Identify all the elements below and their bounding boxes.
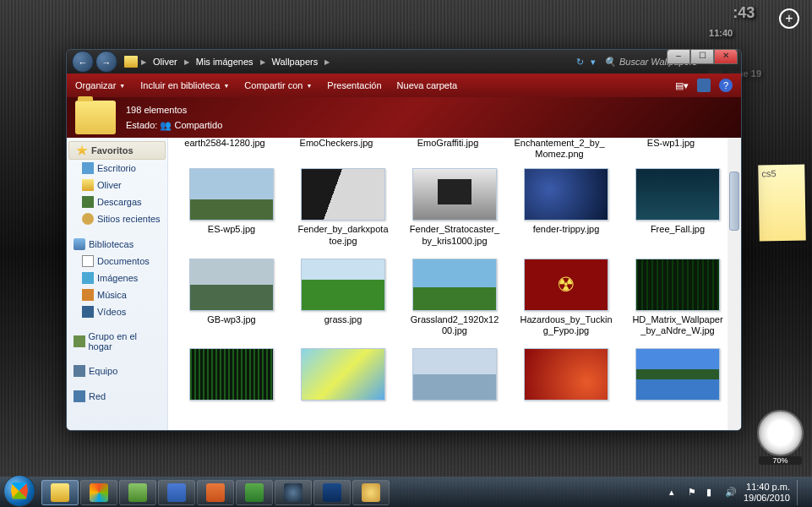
volume-icon[interactable]: 🔊 <box>725 487 737 499</box>
taskbar-app-powerpoint[interactable] <box>197 480 234 505</box>
chevron-right-icon[interactable]: ▶ <box>141 58 146 66</box>
organize-menu[interactable]: Organizar▼ <box>75 80 125 90</box>
chevron-down-icon: ▼ <box>119 83 125 89</box>
file-item[interactable]: Grassland2_1920x1200.jpg <box>401 255 508 340</box>
file-item[interactable]: GB-wp3.jpg <box>178 255 285 340</box>
share-menu[interactable]: Compartir con▼ <box>244 80 312 90</box>
back-button[interactable]: ← <box>72 51 94 73</box>
file-item[interactable]: HD_Matrix_Wallpaper_by_aNdre_W.jpg <box>624 255 731 340</box>
network-item[interactable]: Red <box>67 388 167 405</box>
taskbar-app-media[interactable] <box>80 480 117 505</box>
titlebar[interactable]: ← → ▶ Oliver ▶ Mis imágenes ▶ Wallpapers… <box>67 50 741 74</box>
breadcrumb[interactable]: ▶ Oliver ▶ Mis imágenes ▶ Wallpapers ▶ <box>124 53 569 70</box>
taskbar-app-explorer[interactable] <box>41 480 79 505</box>
library-icon <box>74 238 85 250</box>
view-options-button[interactable]: ▤▾ <box>675 79 689 92</box>
sidebar-item[interactable]: Sitios recientes <box>67 210 167 227</box>
thumbnail <box>301 259 385 311</box>
meter-value: 70% <box>759 456 802 465</box>
scroll-thumb[interactable] <box>729 172 739 231</box>
help-button[interactable]: ? <box>719 79 733 92</box>
file-item[interactable]: Hazardous_by_Tucking_Fypo.jpg <box>513 255 619 340</box>
sidebar-item[interactable]: Vídeos <box>67 303 167 320</box>
file-item[interactable]: Fender_by_darkxpotatoe.jpg <box>290 165 396 249</box>
sidebar-item[interactable]: Oliver <box>67 177 167 194</box>
refresh-icon[interactable]: ↻ <box>576 57 584 68</box>
close-button[interactable]: ✕ <box>714 49 738 64</box>
file-item[interactable] <box>290 345 396 407</box>
tray-clock[interactable]: 11:40 p.m.19/06/2010 <box>744 482 790 502</box>
file-item[interactable]: ES-wp5.jpg <box>178 165 285 249</box>
search-icon: 🔍 <box>604 57 616 68</box>
forward-button[interactable]: → <box>95 51 117 73</box>
file-item[interactable]: Free_Fall.jpg <box>624 165 731 249</box>
app-icon <box>284 483 302 502</box>
sidebar-item[interactable]: Descargas <box>67 194 167 210</box>
folder-icon <box>75 101 116 134</box>
minimize-button[interactable]: – <box>667 49 690 64</box>
presentation-button[interactable]: Presentación <box>327 80 381 90</box>
maximize-button[interactable]: ☐ <box>690 49 714 64</box>
file-name[interactable]: EmoGraffiti.jpg <box>401 138 494 160</box>
breadcrumb-item[interactable]: Mis imágenes <box>193 57 257 67</box>
file-item[interactable] <box>513 345 619 407</box>
chevron-right-icon[interactable]: ▶ <box>260 58 265 66</box>
file-item[interactable] <box>178 345 285 407</box>
include-library-menu[interactable]: Incluir en biblioteca▼ <box>140 80 229 90</box>
show-desktop-button[interactable] <box>797 480 804 505</box>
homegroup-icon <box>74 335 85 347</box>
item-icon <box>82 255 94 267</box>
network-icon[interactable]: ▮ <box>706 487 718 499</box>
file-item[interactable] <box>624 345 731 407</box>
taskbar-app-word[interactable] <box>158 480 195 505</box>
taskbar-app-messenger[interactable] <box>119 480 156 505</box>
sticky-note[interactable]: cs5 <box>758 165 806 242</box>
thumbnail <box>524 168 608 221</box>
file-item[interactable] <box>401 345 508 407</box>
file-name[interactable]: Enchantement_2_by_Momez.png <box>513 138 606 160</box>
app-icon <box>206 483 225 502</box>
app-icon <box>51 483 69 502</box>
computer-icon <box>74 365 85 377</box>
item-icon <box>82 272 94 284</box>
file-item[interactable]: fender-trippy.jpg <box>513 165 619 249</box>
scrollbar[interactable] <box>728 138 741 430</box>
flag-icon[interactable]: ⚑ <box>688 487 700 499</box>
chevron-right-icon[interactable]: ▶ <box>324 58 330 66</box>
file-name[interactable]: EmoCheckers.jpg <box>290 138 383 160</box>
computer-item[interactable]: Equipo <box>67 363 167 379</box>
sidebar-item[interactable]: Escritorio <box>67 160 167 177</box>
explorer-window: – ☐ ✕ ← → ▶ Oliver ▶ Mis imágenes ▶ Wall… <box>66 49 742 431</box>
file-name[interactable]: ES-wp1.jpg <box>624 138 717 160</box>
file-pane[interactable]: earth2584-1280.jpgEmoCheckers.jpgEmoGraf… <box>168 138 741 430</box>
taskbar-app-paint[interactable] <box>352 480 390 505</box>
sidebar-item[interactable]: Música <box>67 286 167 303</box>
add-gadget-button[interactable]: + <box>779 8 799 29</box>
dropdown-icon[interactable]: ▾ <box>591 57 596 68</box>
system-tray: ▴ ⚑ ▮ 🔊 11:40 p.m.19/06/2010 <box>669 480 809 505</box>
cpu-meter-gadget[interactable]: 70% <box>757 410 804 456</box>
sidebar: Favoritos EscritorioOliverDescargasSitio… <box>67 138 168 430</box>
taskbar-app-excel[interactable] <box>236 480 273 505</box>
taskbar-app-photoshop[interactable] <box>313 480 351 505</box>
file-name[interactable]: earth2584-1280.jpg <box>178 138 271 160</box>
favorites-header[interactable]: Favoritos <box>68 141 166 160</box>
show-hidden-icon[interactable]: ▴ <box>669 487 681 499</box>
preview-pane-button[interactable] <box>697 79 711 92</box>
libraries-header[interactable]: Bibliotecas <box>67 236 167 253</box>
file-item[interactable]: grass.jpg <box>290 255 396 340</box>
homegroup-item[interactable]: Grupo en el hogar <box>67 329 167 354</box>
file-item[interactable]: Fender_Stratocaster_by_kris1000.jpg <box>401 165 508 249</box>
state-label: Estado: <box>126 120 157 130</box>
breadcrumb-item[interactable]: Oliver <box>150 57 181 67</box>
item-icon <box>82 179 94 191</box>
file-name: Hazardous_by_Tucking_Fypo.jpg <box>520 314 613 336</box>
start-button[interactable] <box>3 475 35 507</box>
toolbar: Organizar▼ Incluir en biblioteca▼ Compar… <box>67 74 741 97</box>
new-folder-button[interactable]: Nueva carpeta <box>397 80 458 90</box>
chevron-right-icon[interactable]: ▶ <box>184 58 189 66</box>
breadcrumb-item[interactable]: Wallpapers <box>269 57 322 67</box>
taskbar-app-browser[interactable] <box>275 480 312 505</box>
sidebar-item[interactable]: Imágenes <box>67 270 167 286</box>
sidebar-item[interactable]: Documentos <box>67 253 167 270</box>
